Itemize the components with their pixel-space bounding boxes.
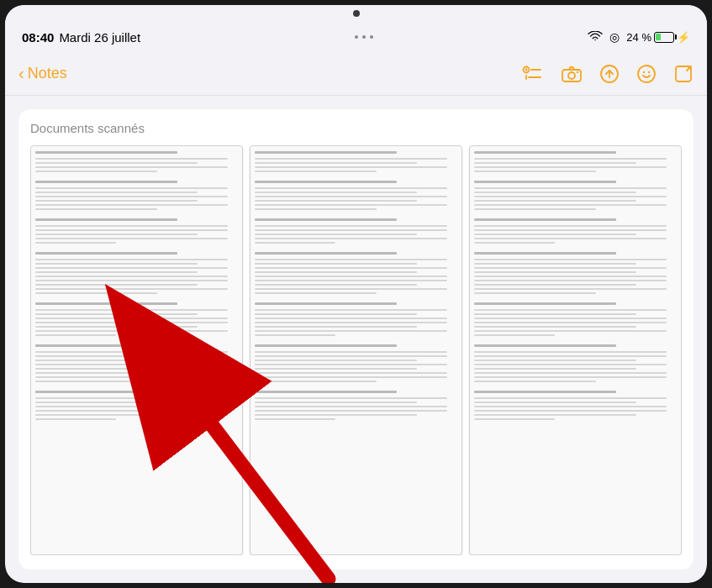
main-content: Documents scannés — [5, 96, 707, 583]
svg-point-11 — [643, 71, 645, 72]
status-center — [355, 35, 373, 39]
svg-point-7 — [577, 71, 578, 72]
toolbar: ‹ Notes — [5, 52, 707, 96]
status-time: 08:40 — [22, 30, 54, 45]
status-right: ◎ 24 % ⚡ — [588, 30, 690, 44]
tablet-screen: 08:40 Mardi 26 juillet ◎ — [5, 5, 707, 583]
doc-page-3-lines — [470, 146, 681, 554]
back-chevron-icon[interactable]: ‹ — [18, 64, 24, 83]
back-label[interactable]: Notes — [28, 65, 67, 82]
doc-page-1-lines — [31, 146, 242, 554]
compose-icon[interactable] — [673, 64, 694, 84]
svg-point-1 — [525, 68, 528, 71]
battery-container: 24 % ⚡ — [626, 31, 690, 44]
status-dot-3 — [370, 35, 373, 39]
scanned-docs-grid — [30, 145, 682, 555]
status-dot-1 — [355, 35, 358, 39]
doc-page-2-lines — [251, 146, 461, 554]
status-left: 08:40 Mardi 26 juillet — [22, 30, 140, 45]
svg-point-6 — [568, 72, 575, 79]
battery-fill — [656, 34, 661, 40]
wifi-icon — [588, 31, 603, 43]
tablet-frame: 08:40 Mardi 26 juillet ◎ — [0, 0, 712, 588]
camera-dot — [353, 10, 360, 17]
smiley-icon[interactable] — [636, 64, 657, 84]
camera-bar — [5, 5, 707, 22]
svg-point-10 — [638, 66, 655, 82]
note-title: Documents scannés — [30, 121, 682, 135]
camera-icon[interactable] — [561, 65, 583, 83]
status-dot-2 — [362, 35, 366, 39]
battery-percent: 24 % — [626, 31, 651, 44]
status-date: Mardi 26 juillet — [59, 30, 140, 45]
doc-page-1[interactable] — [30, 145, 243, 555]
battery-icon — [654, 32, 674, 43]
toolbar-actions — [522, 64, 694, 84]
doc-page-2[interactable] — [250, 145, 462, 555]
toolbar-back[interactable]: ‹ Notes — [18, 64, 67, 83]
charging-icon: ⚡ — [677, 31, 690, 44]
status-bar: 08:40 Mardi 26 juillet ◎ — [5, 22, 707, 52]
svg-point-12 — [648, 71, 650, 72]
checklist-icon[interactable] — [522, 65, 544, 83]
note-card: Documents scannés — [18, 109, 694, 570]
location-icon: ◎ — [609, 30, 620, 44]
doc-page-3[interactable] — [469, 145, 682, 555]
arrow-up-circle-icon[interactable] — [599, 64, 620, 84]
